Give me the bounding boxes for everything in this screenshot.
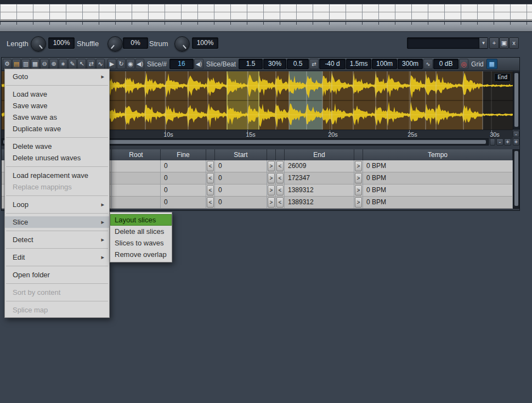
beat-value[interactable]: 0.5 xyxy=(287,59,309,69)
menu-item-layout-slices[interactable]: Layout slices xyxy=(110,214,172,226)
start-dec-button[interactable]: < xyxy=(207,173,214,183)
start-dec-button[interactable]: < xyxy=(207,185,214,195)
cell-root[interactable] xyxy=(112,197,161,208)
length-value[interactable]: 100% xyxy=(48,37,75,49)
cell-root[interactable] xyxy=(112,184,161,196)
menu-item-loop[interactable]: Loop▸ xyxy=(5,199,109,210)
play-button[interactable]: ▶ xyxy=(107,59,116,69)
hscroll-handle-button[interactable] xyxy=(490,138,495,145)
menu-item-duplicate-wave[interactable]: Duplicate wave xyxy=(5,123,109,135)
pattern-ruler[interactable] xyxy=(0,22,532,32)
end-inc-button[interactable]: > xyxy=(355,197,362,208)
cell-fine[interactable]: 0 xyxy=(161,160,206,172)
grid-toggle-button[interactable]: ▦ xyxy=(486,59,497,69)
menu-item-delete-wave[interactable]: Delete wave xyxy=(5,141,109,152)
cell-tempo[interactable]: 0 BPM xyxy=(363,184,513,196)
wave-zoom-out-button[interactable]: - xyxy=(513,131,519,137)
cell-end[interactable]: 1389312 xyxy=(285,184,354,196)
start-dec-button[interactable]: < xyxy=(207,197,214,208)
fade-curve-button[interactable]: ∿ xyxy=(423,59,433,69)
end-dec-button[interactable]: < xyxy=(276,161,284,171)
cell-tempo[interactable]: 0 BPM xyxy=(363,172,513,184)
menu-item-save-wave[interactable]: Save wave xyxy=(5,100,109,111)
cell-start[interactable]: 0 xyxy=(215,184,267,196)
draw-tool-icon[interactable]: ✎ xyxy=(68,59,77,69)
hzoom-in-button[interactable]: + xyxy=(504,138,511,145)
loop-play-button[interactable]: ↻ xyxy=(117,59,126,69)
menu-item-slice[interactable]: Slice▸ xyxy=(5,216,109,228)
monitor-button[interactable]: ◀) xyxy=(135,59,144,69)
load-sample-icon[interactable]: ▤ xyxy=(12,59,21,69)
cell-tempo[interactable]: 0 BPM xyxy=(363,160,513,172)
attack-value[interactable]: 1.5ms xyxy=(346,59,371,69)
menu-item-delete-unused-waves[interactable]: Delete unused waves xyxy=(5,152,109,164)
cell-end[interactable]: 26009 xyxy=(285,160,354,172)
menu-item-goto[interactable]: Goto▸ xyxy=(5,71,109,82)
menu-item-open-folder[interactable]: Open folder xyxy=(5,269,109,281)
end-dec-button[interactable]: < xyxy=(276,185,284,195)
table-vertical-scrollbar[interactable] xyxy=(513,149,519,209)
save-sample-icon[interactable]: ▥ xyxy=(21,59,30,69)
slice-preview-button[interactable]: ◀) xyxy=(194,59,203,69)
menu-item-detect[interactable]: Detect▸ xyxy=(5,234,109,245)
threshold-value[interactable]: -40 d xyxy=(319,59,346,69)
start-inc-button[interactable]: > xyxy=(268,173,275,183)
record-button[interactable]: ◎ xyxy=(459,59,468,69)
hzoom-out-button[interactable]: - xyxy=(496,138,503,145)
detach-window-button[interactable]: ▣ xyxy=(499,37,509,49)
menu-item-load-replacement-wave[interactable]: Load replacement wave xyxy=(5,170,109,181)
end-inc-button[interactable]: > xyxy=(355,173,362,183)
end-dec-button[interactable]: < xyxy=(276,173,284,183)
cell-end[interactable]: 172347 xyxy=(285,172,354,184)
cell-root[interactable] xyxy=(112,160,161,172)
cell-root[interactable] xyxy=(112,172,161,184)
start-inc-button[interactable]: > xyxy=(268,197,275,208)
menu-item-edit[interactable]: Edit▸ xyxy=(5,251,109,263)
wave-vertical-scrollbar[interactable] xyxy=(513,71,519,130)
menu-item-load-wave[interactable]: Load wave xyxy=(5,88,109,100)
menu-item-slices-to-waves[interactable]: Slices to waves xyxy=(110,237,172,249)
cell-fine[interactable]: 0 xyxy=(161,197,206,208)
cell-fine[interactable]: 0 xyxy=(161,184,206,196)
length-knob[interactable] xyxy=(31,36,46,52)
slice-beat-value[interactable]: 1.5 xyxy=(239,59,263,69)
cell-start[interactable]: 0 xyxy=(215,160,267,172)
process-gear-icon[interactable]: ⚙ xyxy=(3,59,12,69)
menu-item-delete-all-slices[interactable]: Delete all slices xyxy=(110,226,172,237)
process-shape-icon[interactable]: ∿ xyxy=(96,59,105,69)
strum-knob[interactable] xyxy=(174,36,190,52)
wave-zoom-in-button[interactable]: + xyxy=(513,138,519,145)
end-dec-button[interactable]: < xyxy=(276,197,284,208)
menu-item-remove-overlap[interactable]: Remove overlap xyxy=(110,249,172,260)
slice-count-value[interactable]: 16 xyxy=(169,59,194,69)
pattern-grid-strip[interactable] xyxy=(0,4,532,22)
shuffle-value[interactable]: 0% xyxy=(123,37,148,49)
menu-item-save-wave-as[interactable]: Save wave as xyxy=(5,111,109,123)
close-button[interactable]: x xyxy=(509,37,519,49)
max-length-value[interactable]: 300m xyxy=(398,59,423,69)
wave-vscroll-thumb[interactable] xyxy=(514,73,518,127)
start-inc-button[interactable]: > xyxy=(268,185,275,195)
preset-combo-box[interactable]: ▼ xyxy=(407,37,488,49)
end-inc-button[interactable]: > xyxy=(355,185,362,195)
end-marker-badge[interactable]: End xyxy=(494,73,511,82)
combo-dropdown-icon[interactable]: ▼ xyxy=(479,38,488,48)
add-preset-button[interactable]: + xyxy=(489,37,499,49)
table-vscroll-thumb[interactable] xyxy=(514,151,518,206)
min-length-value[interactable]: 100m xyxy=(372,59,397,69)
cell-fine[interactable]: 0 xyxy=(161,172,206,184)
strum-value[interactable]: 100% xyxy=(192,37,218,49)
cell-tempo[interactable]: 0 BPM xyxy=(363,197,513,208)
snap-tool-icon[interactable]: ⇄ xyxy=(87,59,95,69)
gain-value[interactable]: 0 dB xyxy=(433,59,459,69)
start-dec-button[interactable]: < xyxy=(207,161,214,171)
cell-end[interactable]: 1389312 xyxy=(285,197,354,208)
zoom-fit-icon[interactable]: ∗ xyxy=(59,59,67,69)
sync-play-button[interactable]: ◉ xyxy=(126,59,135,69)
copy-sample-icon[interactable]: ▦ xyxy=(31,59,39,69)
shuffle-knob[interactable] xyxy=(107,36,123,52)
end-inc-button[interactable]: > xyxy=(355,161,362,171)
nudge-button[interactable]: ⇄ xyxy=(309,59,319,69)
start-inc-button[interactable]: > xyxy=(268,161,275,171)
sensitivity-value[interactable]: 30% xyxy=(263,59,286,69)
